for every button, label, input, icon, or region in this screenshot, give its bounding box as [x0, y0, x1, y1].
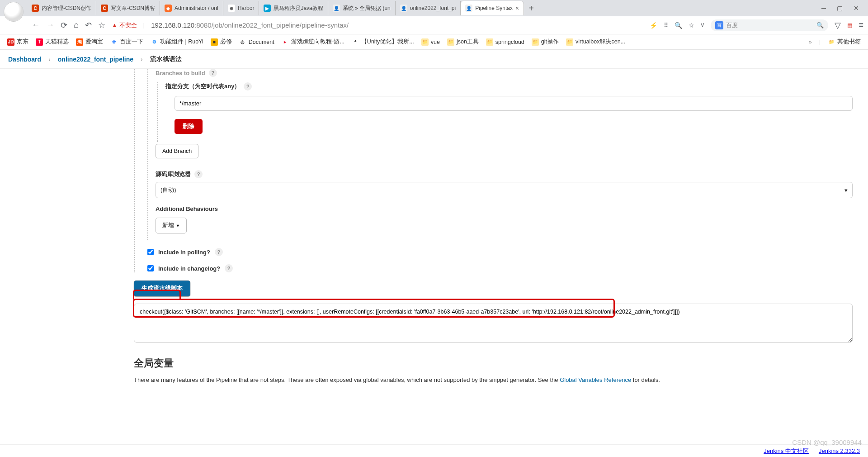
bookmark-icon: 📁: [486, 38, 493, 46]
bookmark-label: virtualbox解决cen...: [576, 38, 625, 46]
browser-tab[interactable]: 👤系统 » 全局凭据 (un: [328, 1, 396, 15]
reload-icon[interactable]: ⟳: [61, 20, 67, 30]
menu-icon[interactable]: ≡: [859, 20, 863, 30]
repo-browser-select[interactable]: (自动) ▾: [156, 182, 853, 198]
help-icon[interactable]: ?: [244, 82, 252, 90]
bookmark-label: 游戏dll逆向教程-游...: [291, 38, 344, 46]
tab-favicon: C: [101, 5, 108, 12]
bookmark-item[interactable]: ◎Document: [239, 38, 274, 46]
branch-spec-input[interactable]: [175, 96, 853, 111]
bookmark-item[interactable]: ▸游戏dll逆向教程-游...: [282, 38, 344, 46]
minimize-icon[interactable]: ─: [821, 5, 826, 12]
bookmark-item[interactable]: ⚙功能组件 | RuoYi: [151, 38, 203, 46]
chevron-right-icon: ›: [48, 56, 51, 63]
browser-tab[interactable]: 👤online2022_font_pi: [396, 1, 461, 15]
add-behaviour-button[interactable]: 新增▼: [156, 218, 187, 233]
back-icon[interactable]: ←: [32, 20, 40, 30]
bookmark-item[interactable]: 📁json工具: [447, 38, 479, 46]
help-icon[interactable]: ?: [225, 264, 233, 272]
add-branch-button[interactable]: Add Branch: [156, 144, 198, 158]
undo-icon[interactable]: ↶: [85, 20, 92, 30]
bookmark-icon: 📁: [447, 38, 454, 46]
url-display[interactable]: 192.168.0.120:8080/job/online2022_font_p…: [151, 21, 643, 29]
global-variables-reference-link[interactable]: Global Variables Reference: [560, 376, 631, 383]
address-bar: ← → ⟳ ⌂ ↶ ☆ ▲ 不安全 | 192.168.0.120:8080/j…: [0, 16, 868, 34]
breadcrumb-dashboard[interactable]: Dashboard: [8, 56, 41, 63]
browser-tab[interactable]: C内容管理-CSDN创作: [27, 1, 96, 15]
browser-tab[interactable]: ⊕Harbor: [223, 1, 259, 15]
additional-behaviours-label: Additional Behaviours: [156, 205, 218, 212]
bookmark-star-icon[interactable]: ☆: [689, 22, 694, 29]
browser-tab[interactable]: ▶黑马程序员Java教程: [259, 1, 328, 15]
bookmarks-overflow-icon[interactable]: »: [809, 39, 812, 45]
chevron-down-icon: ▾: [844, 187, 848, 194]
bookmark-item[interactable]: 📁git操作: [532, 38, 559, 46]
maximize-icon[interactable]: ▢: [837, 5, 843, 12]
new-tab-button[interactable]: +: [524, 3, 538, 14]
zoom-icon[interactable]: 🔍: [675, 22, 682, 29]
tab-label: 写文章-CSDN博客: [111, 5, 155, 12]
page-content: Branches to build ? 指定分支（为空时代表any） ? 删除 …: [0, 69, 868, 444]
tab-label: Harbor: [238, 5, 255, 11]
bookmark-label: springcloud: [495, 39, 524, 45]
browser-tab[interactable]: C写文章-CSDN博客: [96, 1, 160, 15]
bookmark-item[interactable]: 📁virtualbox解决cen...: [566, 38, 625, 46]
bookmark-label: 爱淘宝: [85, 38, 103, 46]
browser-search-input[interactable]: 百 百度 🔍: [711, 19, 828, 31]
breadcrumb-project[interactable]: online2022_font_pipeline: [58, 56, 133, 63]
help-icon[interactable]: ?: [209, 69, 217, 77]
bookmark-item[interactable]: JD京东: [7, 38, 28, 46]
tab-label: 内容管理-CSDN创作: [42, 5, 91, 12]
include-polling-label: Include in polling?: [158, 249, 210, 256]
browser-tab[interactable]: 👤Pipeline Syntax×: [461, 1, 524, 15]
bookmark-icon: ⚙: [151, 38, 158, 46]
bookmark-icon: ᴬ: [352, 38, 359, 46]
home-icon[interactable]: ⌂: [74, 20, 79, 30]
bookmark-icon: ◎: [239, 38, 246, 46]
global-variables-heading: 全局变量: [134, 357, 853, 370]
include-changelog-checkbox[interactable]: [147, 265, 154, 271]
warning-icon: ▲: [112, 22, 118, 29]
security-indicator[interactable]: ▲ 不安全: [112, 21, 137, 29]
bookmark-label: 【Unity优化】我所...: [361, 38, 414, 46]
bookmark-label: 天猫精选: [45, 38, 69, 46]
browser-tab[interactable]: ◆Administrator / onl: [160, 1, 223, 15]
star-icon[interactable]: ☆: [98, 20, 105, 30]
other-bookmarks[interactable]: 📁 其他书签: [828, 38, 861, 46]
pdf-icon[interactable]: ▦: [847, 22, 852, 29]
bookmark-icon: ■: [211, 38, 218, 46]
close-tab-icon[interactable]: ×: [515, 5, 519, 12]
profile-avatar[interactable]: [4, 2, 24, 22]
bookmark-item[interactable]: 📁springcloud: [486, 38, 524, 46]
bookmark-item[interactable]: ■必修: [211, 38, 232, 46]
include-polling-checkbox[interactable]: [147, 249, 154, 255]
translate-icon[interactable]: ⠿: [664, 22, 668, 29]
generated-script-output[interactable]: checkout([$class: 'GitSCM', branches: [[…: [134, 304, 853, 343]
bookmark-item[interactable]: ❀百度一下: [110, 38, 143, 46]
close-window-icon[interactable]: ✕: [854, 5, 859, 12]
flash-icon[interactable]: ⚡: [650, 22, 657, 29]
bookmark-item[interactable]: 淘爱淘宝: [76, 38, 103, 46]
chevron-down-icon[interactable]: ᐯ: [701, 22, 704, 28]
branches-to-build-label: Branches to build: [156, 70, 205, 76]
global-variables-text: There are many features of the Pipeline …: [134, 376, 853, 385]
tab-label: Pipeline Syntax: [475, 5, 513, 11]
forward-icon[interactable]: →: [46, 20, 54, 30]
bookmark-item[interactable]: ᴬ【Unity优化】我所...: [352, 38, 414, 46]
tab-favicon: ◆: [165, 5, 172, 12]
tab-label: online2022_font_pi: [410, 5, 456, 11]
bookmark-item[interactable]: 📁vue: [421, 38, 440, 46]
help-icon[interactable]: ?: [194, 170, 203, 178]
filter-icon[interactable]: ▽: [835, 20, 841, 30]
bookmark-item[interactable]: T天猫精选: [36, 38, 69, 46]
breadcrumb-page: 流水线语法: [150, 55, 182, 63]
bookmarks-bar: JD京东T天猫精选淘爱淘宝❀百度一下⚙功能组件 | RuoYi■必修◎Docum…: [0, 34, 868, 50]
breadcrumb: Dashboard › online2022_font_pipeline › 流…: [0, 50, 868, 69]
bookmark-label: Document: [249, 39, 274, 45]
search-icon: 🔍: [816, 22, 824, 29]
generate-script-button[interactable]: 生成流水线脚本: [134, 281, 190, 296]
bookmark-icon: 📁: [421, 38, 429, 46]
help-icon[interactable]: ?: [215, 248, 223, 256]
include-changelog-label: Include in changelog?: [158, 265, 220, 272]
delete-branch-button[interactable]: 删除: [175, 119, 203, 134]
